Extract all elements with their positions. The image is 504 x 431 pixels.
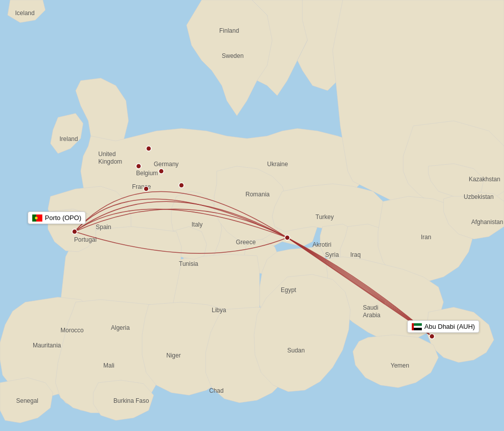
waypoint-frankfurt [159, 169, 164, 174]
label-tunisia: Tunisia [179, 260, 199, 267]
label-morocco: Morocco [60, 327, 84, 334]
label-yemen: Yemen [391, 362, 409, 369]
label-algeria: Algeria [111, 324, 130, 331]
label-burkina: Burkina Faso [113, 397, 149, 404]
waypoint-brussels [146, 146, 151, 151]
abudhabi-label: Abu Dhabi (AUH) [407, 320, 479, 333]
label-romania: Romania [245, 191, 270, 198]
map-container: Iceland Ireland United Kingdom Finland S… [0, 0, 504, 431]
label-uk: United [98, 151, 116, 158]
label-saudi: Saudi [363, 304, 379, 311]
svg-point-3 [35, 217, 38, 220]
label-libya: Libya [212, 307, 226, 314]
waypoint-porto [72, 229, 77, 234]
label-ukraine: Ukraine [267, 161, 288, 168]
label-mauritania: Mauritania [33, 342, 61, 349]
label-syria: Syria [325, 251, 339, 258]
porto-label: Porto (OPO) [28, 211, 86, 224]
svg-rect-5 [414, 323, 422, 326]
svg-rect-6 [414, 326, 422, 328]
waypoint-belgium [136, 164, 141, 169]
label-akrotiri: Akrotiri [312, 241, 331, 248]
label-ireland: Ireland [59, 135, 78, 142]
label-iran: Iran [421, 234, 431, 241]
label-uk2: Kingdom [98, 158, 122, 165]
label-kazakhstan: Kazakhstan [469, 176, 500, 183]
label-germany: Germany [154, 161, 178, 168]
label-egypt: Egypt [281, 286, 296, 294]
label-sudan: Sudan [287, 347, 305, 354]
label-iraq: Iraq [350, 251, 361, 258]
label-turkey: Turkey [316, 213, 334, 221]
svg-rect-7 [414, 328, 422, 330]
label-saudi2: Arabia [363, 312, 381, 319]
label-spain: Spain [96, 224, 111, 231]
porto-label-text: Porto (OPO) [45, 214, 81, 222]
waypoint-central-europe [179, 183, 184, 188]
label-belgium: Belgium [136, 170, 158, 177]
portugal-flag-icon [32, 214, 42, 222]
label-mali: Mali [103, 362, 114, 369]
label-sweden: Sweden [222, 52, 243, 59]
label-afghanistan: Afghanistan [471, 219, 503, 226]
waypoint-paris [144, 186, 149, 191]
uae-flag-icon [412, 323, 422, 330]
label-chad: Chad [209, 387, 224, 394]
label-iceland: Iceland [15, 10, 35, 17]
svg-rect-4 [412, 323, 414, 330]
label-uzbekistan: Uzbekistan [464, 193, 493, 200]
abudhabi-label-text: Abu Dhabi (AUH) [424, 323, 475, 330]
waypoint-abudhabi [429, 334, 434, 339]
label-senegal: Senegal [16, 397, 38, 404]
label-finland: Finland [219, 27, 239, 34]
label-italy: Italy [192, 221, 203, 228]
label-niger: Niger [166, 352, 181, 359]
waypoint-istanbul [285, 235, 290, 240]
label-greece: Greece [236, 239, 256, 246]
